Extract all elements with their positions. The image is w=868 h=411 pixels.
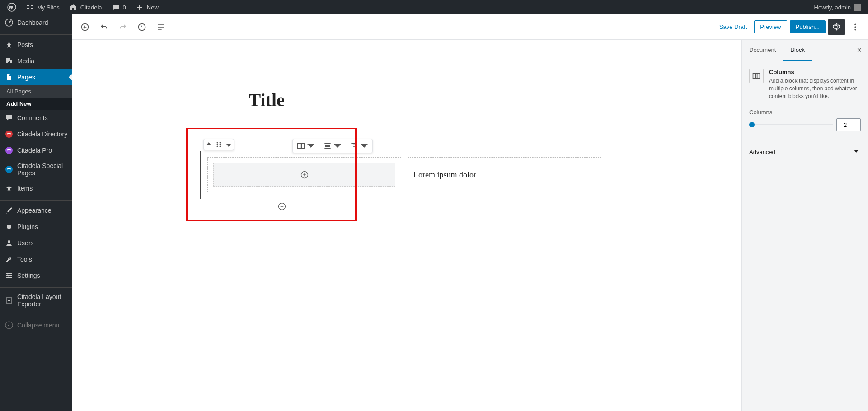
preview-button[interactable]: Preview xyxy=(754,20,787,33)
menu-dashboard[interactable]: Dashboard xyxy=(0,14,72,31)
home-icon xyxy=(69,3,78,12)
brush-icon xyxy=(5,206,14,215)
menu-label: Pages xyxy=(17,74,35,81)
close-inspector[interactable]: × xyxy=(850,46,868,55)
svg-point-9 xyxy=(5,322,13,329)
plug-icon xyxy=(5,222,14,231)
menu-citadela-directory[interactable]: Citadela Directory xyxy=(0,126,72,142)
menu-label: Plugins xyxy=(17,223,38,230)
content-structure-button[interactable] xyxy=(134,19,150,35)
menu-label: Comments xyxy=(17,114,48,121)
redo-button[interactable] xyxy=(115,19,131,35)
sliders-icon xyxy=(5,271,14,280)
move-up-button[interactable] xyxy=(204,139,214,150)
menu-citadela-pro[interactable]: Citadela Pro xyxy=(0,142,72,159)
post-title[interactable]: Title xyxy=(249,89,565,111)
svg-point-3 xyxy=(5,147,13,154)
menu-label: Citadela Special Pages xyxy=(17,162,68,177)
block-description: Add a block that displays content in mul… xyxy=(769,77,861,100)
publish-button[interactable]: Publish... xyxy=(790,20,826,33)
svg-rect-21 xyxy=(298,143,305,149)
columns-control-label: Columns xyxy=(749,109,861,116)
site-name[interactable]: Citadela xyxy=(65,0,106,14)
menu-media[interactable]: Media xyxy=(0,53,72,69)
menu-label: Citadela Layout Exporter xyxy=(17,293,68,308)
settings-toggle[interactable] xyxy=(828,19,845,35)
citadela-dir-icon xyxy=(5,130,14,139)
svg-point-19 xyxy=(217,146,218,147)
plus-icon xyxy=(135,3,144,12)
default-appender[interactable] xyxy=(277,201,287,212)
menu-appearance[interactable]: Appearance xyxy=(0,202,72,219)
admin-bar: My Sites Citadela 0 New Howdy, admin xyxy=(0,0,868,14)
menu-label: Citadela Directory xyxy=(17,131,67,138)
menu-pages[interactable]: Pages xyxy=(0,69,72,85)
chevron-down-icon xyxy=(852,147,861,157)
svg-point-20 xyxy=(220,146,221,147)
menu-citadela-special[interactable]: Citadela Special Pages xyxy=(0,159,72,180)
avatar-icon xyxy=(854,4,861,11)
svg-rect-22 xyxy=(325,145,330,147)
svg-point-7 xyxy=(10,275,11,276)
menu-posts[interactable]: Posts xyxy=(0,37,72,53)
menu-citadela-exporter[interactable]: Citadela Layout Exporter xyxy=(0,290,72,311)
svg-point-15 xyxy=(217,142,218,144)
wrench-icon xyxy=(5,255,14,264)
citadela-special-icon xyxy=(5,165,14,174)
menu-label: Tools xyxy=(17,256,32,263)
column-2[interactable]: Lorem ipsum dolor xyxy=(408,157,601,192)
columns-slider[interactable] xyxy=(749,124,833,125)
comments-link[interactable]: 0 xyxy=(108,0,130,14)
new-label: New xyxy=(147,4,159,11)
svg-point-18 xyxy=(220,144,221,145)
save-draft-button[interactable]: Save Draft xyxy=(715,21,751,33)
export-icon xyxy=(5,296,14,305)
add-block-button[interactable] xyxy=(77,19,93,35)
slider-thumb[interactable] xyxy=(749,122,755,127)
editor-header: Save Draft Preview Publish... xyxy=(72,14,868,40)
menu-collapse[interactable]: Collapse menu xyxy=(0,317,72,333)
advanced-label: Advanced xyxy=(749,149,775,155)
document-tab[interactable]: Document xyxy=(742,40,783,61)
svg-point-12 xyxy=(854,23,856,25)
submenu-all-pages[interactable]: All Pages xyxy=(0,85,72,98)
more-options-button[interactable] xyxy=(847,19,863,35)
menu-users[interactable]: Users xyxy=(0,235,72,251)
undo-button[interactable] xyxy=(96,19,112,35)
columns-number-input[interactable] xyxy=(836,118,861,131)
new-content[interactable]: New xyxy=(131,0,162,14)
wp-logo[interactable] xyxy=(4,0,20,14)
network-icon xyxy=(25,3,34,12)
menu-tools[interactable]: Tools xyxy=(0,251,72,267)
columns-block[interactable]: Lorem ipsum dolor xyxy=(200,151,608,199)
menu-items[interactable]: Items xyxy=(0,180,72,196)
menu-label: Dashboard xyxy=(17,19,48,26)
menu-settings[interactable]: Settings xyxy=(0,267,72,284)
svg-rect-25 xyxy=(753,73,760,79)
menu-label: Posts xyxy=(17,41,33,48)
drag-handle[interactable] xyxy=(214,139,224,150)
pin-icon xyxy=(5,40,14,49)
menu-label: Citadela Pro xyxy=(17,147,52,154)
column-1[interactable] xyxy=(207,157,401,192)
svg-point-17 xyxy=(217,144,218,145)
menu-comments[interactable]: Comments xyxy=(0,110,72,126)
svg-point-14 xyxy=(854,29,856,30)
svg-point-6 xyxy=(7,273,9,275)
submenu-add-new[interactable]: Add New xyxy=(0,98,72,110)
menu-plugins[interactable]: Plugins xyxy=(0,219,72,235)
my-sites[interactable]: My Sites xyxy=(22,0,63,14)
block-navigation-button[interactable] xyxy=(153,19,169,35)
advanced-panel[interactable]: Advanced xyxy=(749,140,861,163)
menu-label: Items xyxy=(17,185,33,192)
editor-canvas[interactable]: Title Lorem ipsum d xyxy=(72,40,741,411)
column-appender[interactable] xyxy=(213,163,395,187)
move-down-button[interactable] xyxy=(224,139,234,150)
user-greeting[interactable]: Howdy, admin xyxy=(811,0,864,14)
svg-point-2 xyxy=(5,131,13,138)
svg-point-13 xyxy=(854,26,856,28)
column-content[interactable]: Lorem ipsum dolor xyxy=(413,170,476,180)
block-tab[interactable]: Block xyxy=(783,40,812,61)
comment-icon xyxy=(5,113,14,122)
columns-icon xyxy=(749,69,764,83)
